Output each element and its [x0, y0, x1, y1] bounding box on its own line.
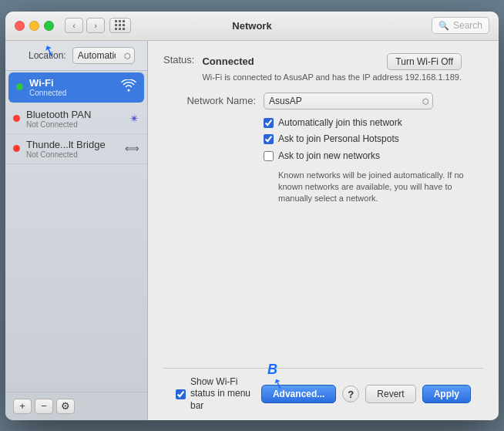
annotation-b-wrapper: B ➘ Advanced...: [261, 385, 336, 403]
new-networks-checkbox[interactable]: [264, 151, 274, 161]
network-item-wifi[interactable]: Wi-Fi Connected: [8, 72, 144, 103]
back-button[interactable]: ‹: [65, 18, 83, 33]
checkbox-personal-hotspots: Ask to join Personal Hotspots: [264, 133, 483, 146]
apply-button[interactable]: Apply: [422, 385, 471, 403]
search-icon: 🔍: [438, 21, 449, 31]
network-name-bridge: Thunde...lt Bridge: [26, 139, 119, 150]
network-info-bluetooth: Bluetooth PAN Not Connected: [26, 109, 123, 129]
remove-network-button[interactable]: −: [35, 399, 53, 414]
wifi-icon: [121, 79, 136, 95]
location-select[interactable]: Automatic: [72, 47, 135, 64]
auto-join-checkbox[interactable]: [264, 118, 274, 128]
personal-hotspots-label: Ask to join Personal Hotspots: [278, 133, 399, 146]
status-dot-bridge: [13, 145, 20, 152]
search-box[interactable]: 🔍 Search: [432, 17, 489, 34]
grid-icon: [115, 20, 126, 31]
location-select-wrapper: Automatic ⬡: [72, 47, 135, 64]
add-network-button[interactable]: +: [13, 399, 32, 414]
status-label: Status:: [163, 53, 194, 66]
close-button[interactable]: [15, 21, 25, 31]
checkbox-group: Automatically join this network Ask to j…: [264, 117, 483, 205]
sidebar: A ➘ Location: Automatic ⬡ Wi-Fi: [5, 41, 148, 420]
new-networks-label: Ask to join new networks: [278, 150, 380, 163]
network-status-wifi: Connected: [29, 89, 115, 97]
checkbox-auto-join: Automatically join this network: [264, 117, 483, 130]
maximize-button[interactable]: [44, 21, 54, 31]
status-row: Status: Connected Turn Wi-Fi Off Wi-Fi i…: [163, 53, 483, 83]
location-bar: A ➘ Location: Automatic ⬡: [5, 41, 147, 71]
titlebar: ‹ › Network 🔍 Search: [5, 12, 499, 41]
detail-panel: Status: Connected Turn Wi-Fi Off Wi-Fi i…: [148, 41, 499, 420]
gear-button[interactable]: ⚙: [56, 399, 75, 414]
networks-description: Known networks will be joined automatica…: [278, 170, 483, 205]
network-status-bluetooth: Not Connected: [26, 120, 123, 129]
show-wifi-row: Show Wi-Fi status in menu bar: [176, 376, 261, 412]
network-item-bluetooth[interactable]: Bluetooth PAN Not Connected ✴: [5, 104, 147, 134]
bottom-bar: Show Wi-Fi status in menu bar B ➘ Advanc…: [163, 368, 483, 420]
minimize-button[interactable]: [29, 21, 39, 31]
status-info: Connected Turn Wi-Fi Off Wi-Fi is connec…: [202, 53, 462, 83]
forward-button[interactable]: ›: [86, 18, 105, 33]
bottom-buttons: B ➘ Advanced... ? Revert Apply: [261, 385, 471, 403]
network-name-row: Network Name: AsusAP ⬡: [163, 93, 483, 109]
status-dot-wifi: [16, 83, 23, 90]
auto-join-label: Automatically join this network: [278, 117, 402, 130]
status-value: Connected: [202, 56, 254, 67]
network-name-bluetooth: Bluetooth PAN: [26, 109, 123, 120]
network-status-bridge: Not Connected: [26, 150, 119, 159]
network-info-wifi: Wi-Fi Connected: [29, 77, 115, 97]
help-button[interactable]: ?: [342, 386, 359, 402]
revert-button[interactable]: Revert: [365, 385, 415, 403]
main-content: A ➘ Location: Automatic ⬡ Wi-Fi: [5, 41, 499, 420]
show-wifi-checkbox[interactable]: [176, 389, 186, 399]
sidebar-bottom: + − ⚙: [5, 392, 147, 420]
network-info-bridge: Thunde...lt Bridge Not Connected: [26, 139, 119, 159]
bluetooth-icon: ✴: [129, 112, 139, 126]
network-item-bridge[interactable]: Thunde...lt Bridge Not Connected ⟺: [5, 134, 147, 164]
network-name-label: Network Name:: [163, 95, 256, 106]
personal-hotspots-checkbox[interactable]: [264, 134, 274, 144]
checkbox-new-networks: Ask to join new networks: [264, 150, 483, 163]
search-placeholder: Search: [453, 20, 482, 31]
network-name-select[interactable]: AsusAP: [264, 93, 433, 109]
grid-button[interactable]: [109, 18, 131, 33]
network-name-wifi: Wi-Fi: [29, 77, 115, 89]
network-list: Wi-Fi Connected: [5, 71, 147, 392]
network-name-select-wrapper: AsusAP ⬡: [264, 93, 433, 109]
nav-buttons: ‹ ›: [65, 18, 105, 33]
show-wifi-label: Show Wi-Fi status in menu bar: [190, 376, 261, 412]
status-description: Wi-Fi is connected to AsusAP and has the…: [202, 72, 462, 83]
status-dot-bluetooth: [13, 115, 20, 122]
bridge-icon: ⟺: [125, 143, 139, 154]
turn-wifi-off-button[interactable]: Turn Wi-Fi Off: [387, 53, 462, 70]
gear-icon: ⚙: [61, 400, 70, 412]
window-title: Network: [232, 20, 271, 32]
traffic-lights: [15, 21, 54, 31]
network-preferences-window: ‹ › Network 🔍 Search A ➘: [5, 12, 499, 420]
